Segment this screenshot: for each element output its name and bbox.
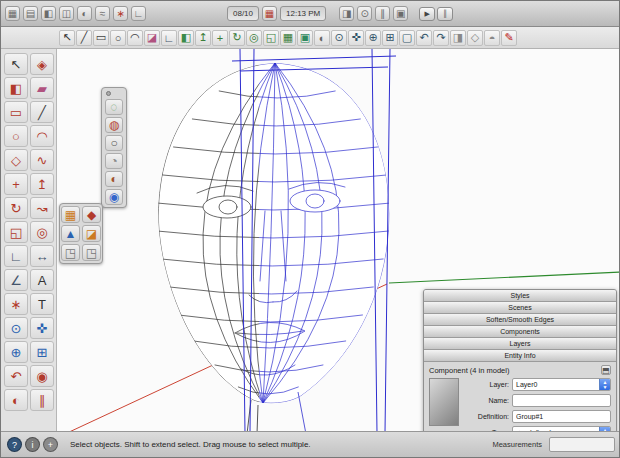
zoom-tool-icon[interactable]: ⊕ (365, 30, 381, 46)
camera-icon[interactable]: ⊙ (357, 6, 372, 21)
outliner-icon[interactable]: ◪ (82, 225, 101, 242)
definition-input[interactable] (512, 410, 611, 423)
next-view-icon[interactable]: ↷ (433, 30, 449, 46)
circle-icon[interactable]: ○ (4, 125, 28, 147)
style-edit-icon[interactable]: ✎ (501, 30, 517, 46)
panel-header-soften[interactable]: Soften/Smooth Edges (424, 314, 616, 326)
pan-icon[interactable]: ✜ (30, 317, 54, 339)
paint-bucket-icon[interactable]: ◧ (178, 30, 194, 46)
move-icon[interactable]: + (4, 173, 28, 195)
rotate-icon[interactable]: ↻ (4, 197, 28, 219)
rectangle-icon[interactable]: ▭ (4, 101, 28, 123)
layer-label: Layer: (465, 381, 509, 388)
zoom-window-icon[interactable]: ⊞ (382, 30, 398, 46)
panel-header-styles[interactable]: Styles (424, 290, 616, 302)
instructor-icon[interactable]: ▲ (61, 225, 80, 242)
shadows-icon[interactable]: ▦ (61, 206, 80, 223)
look-around-icon[interactable]: ◐ (4, 389, 28, 411)
paint-bucket-icon[interactable]: ◧ (4, 77, 28, 99)
offset-icon[interactable]: ◎ (30, 221, 54, 243)
wireframe-style-icon[interactable]: ○ (105, 135, 123, 151)
shadows-toggle-icon[interactable]: ◐ (314, 30, 330, 46)
styles-icon[interactable]: ◧ (41, 6, 56, 21)
pause-button[interactable]: ║ (437, 7, 453, 21)
position-camera-icon[interactable]: ◉ (30, 365, 54, 387)
views-icon[interactable]: ◨ (339, 6, 354, 21)
push-pull-icon[interactable]: ↥ (195, 30, 211, 46)
settings-icon[interactable]: ▣ (393, 6, 408, 21)
walk-icon[interactable]: ∥ (30, 389, 54, 411)
orbit-icon[interactable]: ⊙ (4, 317, 28, 339)
tape-measure-icon[interactable]: ∟ (161, 30, 177, 46)
zoom-icon[interactable]: ⊕ (4, 341, 28, 363)
rotate-tool-icon[interactable]: ↻ (229, 30, 245, 46)
palette-close-button[interactable] (106, 91, 111, 96)
3d-text-icon[interactable]: T (30, 293, 54, 315)
measurements-input[interactable] (549, 437, 615, 452)
layers-icon[interactable]: ▤ (23, 6, 38, 21)
shadow-icon[interactable]: ◐ (77, 6, 92, 21)
model-info-icon[interactable]: ◳ (61, 244, 80, 261)
alert-icon[interactable]: + (43, 437, 58, 452)
scale-tool-icon[interactable]: ◱ (263, 30, 279, 46)
preferences-icon[interactable]: ◳ (82, 244, 101, 261)
follow-me-icon[interactable]: ↝ (30, 197, 54, 219)
shaded-style-icon[interactable]: ◐ (105, 171, 123, 187)
previous-view-icon[interactable]: ↶ (416, 30, 432, 46)
line-tool-icon[interactable]: ╱ (76, 30, 92, 46)
circle-tool-icon[interactable]: ○ (110, 30, 126, 46)
rectangle-tool-icon[interactable]: ▭ (93, 30, 109, 46)
walkthrough-icon[interactable]: ∥ (375, 6, 390, 21)
hidden-line-style-icon[interactable]: ◔ (105, 153, 123, 169)
select-icon[interactable]: ↖ (4, 53, 28, 75)
arc-icon[interactable]: ◠ (30, 125, 54, 147)
name-input[interactable] (512, 394, 611, 407)
polygon-icon[interactable]: ◇ (4, 149, 28, 171)
layer-select[interactable]: Layer0 ▲▼ (512, 378, 611, 391)
scale-icon[interactable]: ◱ (4, 221, 28, 243)
eraser-icon[interactable]: ▰ (30, 77, 54, 99)
front-view-icon[interactable]: ◨ (450, 30, 466, 46)
help-icon[interactable]: ? (7, 437, 22, 452)
move-tool-icon[interactable]: + (212, 30, 228, 46)
grid-snap-icon[interactable]: ▦ (280, 30, 296, 46)
calendar-icon[interactable]: ▦ (262, 6, 277, 21)
fog-icon[interactable]: ◆ (82, 206, 101, 223)
freehand-icon[interactable]: ∿ (30, 149, 54, 171)
iso-view-icon[interactable]: ◇ (467, 30, 483, 46)
tape-measure-icon[interactable]: ∟ (4, 245, 28, 267)
panel-header-layers[interactable]: Layers (424, 338, 616, 350)
protractor-icon[interactable]: ∠ (4, 269, 28, 291)
back-edges-style-icon[interactable]: ◍ (105, 117, 123, 133)
text-icon[interactable]: A (30, 269, 54, 291)
fog-icon[interactable]: ≈ (95, 6, 110, 21)
push-pull-icon[interactable]: ↥ (30, 173, 54, 195)
pan-tool-icon[interactable]: ✜ (348, 30, 364, 46)
zoom-extents-icon[interactable]: ⊞ (30, 341, 54, 363)
box-tool-icon[interactable]: ▣ (297, 30, 313, 46)
previous-view-icon[interactable]: ↶ (4, 365, 28, 387)
select-tool-icon[interactable]: ↖ (59, 30, 75, 46)
panel-header-scenes[interactable]: Scenes (424, 302, 616, 314)
info-icon[interactable]: i (25, 437, 40, 452)
detach-icon[interactable]: ⬒ (601, 365, 611, 375)
top-view-icon[interactable]: ◓ (484, 30, 500, 46)
line-icon[interactable]: ╱ (30, 101, 54, 123)
textured-style-icon[interactable]: ◉ (105, 189, 123, 205)
dimension-icon[interactable]: ↔ (30, 245, 54, 267)
panel-header-entity-info[interactable]: Entity Info (424, 350, 616, 362)
ruler-icon[interactable]: ∟ (131, 6, 146, 21)
axes-icon[interactable]: ∗ (113, 6, 128, 21)
panel-header-components[interactable]: Components (424, 326, 616, 338)
make-component-icon[interactable]: ◈ (30, 53, 54, 75)
grid-icon[interactable]: ▦ (5, 6, 20, 21)
offset-tool-icon[interactable]: ◎ (246, 30, 262, 46)
eraser-tool-icon[interactable]: ◪ (144, 30, 160, 46)
play-button[interactable]: ▶ (419, 7, 435, 21)
orbit-tool-icon[interactable]: ⊙ (331, 30, 347, 46)
axes-icon[interactable]: ∗ (4, 293, 28, 315)
arc-tool-icon[interactable]: ◠ (127, 30, 143, 46)
zoom-extents-icon[interactable]: ▢ (399, 30, 415, 46)
section-icon[interactable]: ◫ (59, 6, 74, 21)
x-ray-style-icon[interactable]: ◌ (105, 99, 123, 115)
